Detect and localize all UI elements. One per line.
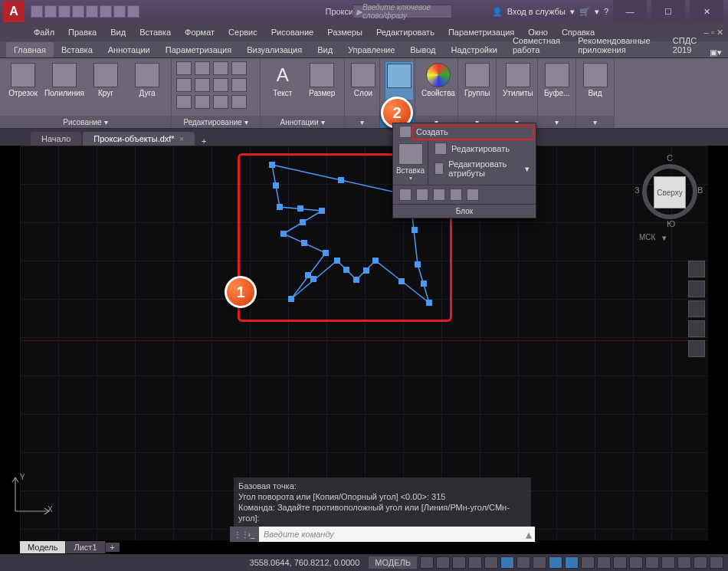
ribbon-tab-featured[interactable]: Рекомендованные приложения: [570, 33, 665, 57]
array-icon[interactable]: [213, 95, 228, 109]
ribbon-tab-collab[interactable]: Совместная работа: [505, 33, 570, 57]
block-tool-1-icon[interactable]: [399, 189, 412, 201]
qat-print-icon[interactable]: [127, 5, 139, 18]
chevron-down-icon[interactable]: ▾: [570, 7, 575, 17]
ribbon-tab-annotate[interactable]: Аннотации: [100, 42, 158, 57]
new-tab-button[interactable]: +: [196, 136, 212, 146]
add-layout-button[interactable]: +: [106, 543, 120, 552]
app-logo[interactable]: A: [3, 1, 25, 22]
panel-view-expand[interactable]: ▾: [576, 116, 614, 128]
command-input[interactable]: Введите команду: [259, 527, 523, 542]
block-panel-footer[interactable]: Блок: [393, 204, 536, 218]
quickprops-icon[interactable]: [581, 556, 595, 569]
menu-format[interactable]: Формат: [179, 25, 221, 39]
start-tab[interactable]: Начало: [31, 132, 81, 146]
panel-anno-title[interactable]: Аннотации ▾: [261, 116, 344, 128]
properties-button[interactable]: Свойства: [420, 61, 457, 99]
copy-icon[interactable]: [176, 78, 192, 92]
nav-zoom-icon[interactable]: [688, 300, 705, 317]
lineweight-toggle-icon[interactable]: [516, 556, 530, 569]
customize-icon[interactable]: [710, 556, 723, 569]
command-handle[interactable]: ⋮⋮›_: [230, 527, 259, 542]
ribbon-tab-visualize[interactable]: Визуализация: [239, 42, 310, 57]
layout1-tab[interactable]: Лист1: [66, 541, 105, 553]
menu-dimension[interactable]: Размеры: [321, 25, 369, 39]
menu-view[interactable]: Вид: [104, 25, 132, 39]
osnap-toggle-icon[interactable]: [484, 556, 498, 569]
dynamic-input-icon[interactable]: [565, 556, 579, 569]
annomon-icon[interactable]: [629, 556, 643, 569]
utilities-button[interactable]: Утилиты: [501, 61, 535, 99]
units-icon[interactable]: [645, 556, 659, 569]
block-edit-attrs-item[interactable]: Редактировать атрибуты ▾: [428, 157, 536, 180]
qat-save-icon[interactable]: [58, 5, 71, 18]
cleanscreen-icon[interactable]: [694, 556, 707, 569]
ribbon-collapse-icon[interactable]: ▣▾: [710, 48, 728, 57]
ribbon-tab-parametric[interactable]: Параметризация: [158, 42, 239, 57]
maximize-button[interactable]: ☐: [651, 0, 685, 23]
annoscale-icon[interactable]: [597, 556, 611, 569]
user-icon[interactable]: 👤: [492, 7, 503, 17]
panel-modify-title[interactable]: Редактирование ▾: [172, 116, 260, 128]
chevron-down-icon[interactable]: ▾: [595, 7, 599, 17]
menu-tools[interactable]: Сервис: [222, 25, 264, 39]
view-cube[interactable]: Сверху С Ю З В МСК ▾: [635, 153, 703, 245]
block-tool-2-icon[interactable]: [416, 189, 428, 201]
block-button[interactable]: Блок: [385, 61, 414, 100]
nav-orbit-icon[interactable]: [688, 320, 705, 337]
trim-icon[interactable]: [213, 61, 228, 75]
ribbon-tab-insert[interactable]: Вставка: [54, 42, 100, 57]
qat-redo-icon[interactable]: [113, 5, 126, 18]
dimension-button[interactable]: Размер: [305, 61, 340, 99]
offset-icon[interactable]: [231, 95, 247, 109]
command-line[interactable]: ⋮⋮›_ Введите команду ▴: [230, 527, 535, 542]
nav-pan-icon[interactable]: [688, 281, 705, 297]
mirror-icon[interactable]: [195, 78, 210, 92]
menu-insert[interactable]: Вставка: [133, 25, 177, 39]
menu-file[interactable]: Файл: [28, 25, 61, 39]
block-edit-item[interactable]: Редактировать: [428, 140, 536, 157]
qat-new-icon[interactable]: [31, 5, 43, 18]
snap-toggle-icon[interactable]: [436, 556, 450, 569]
minimize-button[interactable]: —: [613, 0, 647, 23]
block-tool-4-icon[interactable]: [450, 189, 462, 201]
ribbon-tab-manage[interactable]: Управление: [340, 42, 402, 57]
ribbon-tab-view[interactable]: Вид: [310, 42, 340, 57]
fillet-icon[interactable]: [213, 78, 228, 92]
stretch-icon[interactable]: [176, 95, 192, 109]
ucs-label[interactable]: МСК: [639, 233, 655, 241]
line-button[interactable]: Отрезок: [5, 61, 41, 99]
viewcube-menu-icon[interactable]: ▾: [662, 233, 670, 241]
workspace-icon[interactable]: [613, 556, 627, 569]
nav-showmotion-icon[interactable]: [688, 340, 705, 357]
transparency-toggle-icon[interactable]: [533, 556, 546, 569]
ortho-toggle-icon[interactable]: [452, 556, 466, 569]
groups-button[interactable]: Группы: [463, 61, 491, 99]
qat-saveas-icon[interactable]: [72, 5, 84, 18]
polyline-button[interactable]: Полилиния: [46, 61, 83, 99]
viewcube-top-face[interactable]: Сверху: [654, 176, 686, 208]
block-tool-3-icon[interactable]: [433, 189, 445, 201]
clipboard-button[interactable]: Буфе...: [543, 61, 571, 99]
panel-clip-expand[interactable]: ▾: [538, 116, 576, 128]
circle-button[interactable]: Круг: [87, 61, 124, 99]
block-tool-5-icon[interactable]: [467, 189, 479, 201]
menu-modify[interactable]: Редактировать: [370, 25, 441, 39]
menu-draw[interactable]: Рисование: [265, 25, 320, 39]
ribbon-tab-home[interactable]: Главная: [6, 42, 54, 57]
qat-open-icon[interactable]: [44, 5, 57, 18]
help-search-input[interactable]: ▶ Введите ключевое слово/фразу: [353, 5, 452, 18]
rotate-icon[interactable]: [195, 61, 210, 75]
menu-edit[interactable]: Правка: [62, 25, 103, 39]
login-label[interactable]: Вход в службы: [507, 7, 566, 16]
erase-icon[interactable]: [231, 61, 247, 75]
ribbon-tab-output[interactable]: Вывод: [402, 42, 443, 57]
scale-icon[interactable]: [195, 95, 210, 109]
cycling-toggle-icon[interactable]: [549, 556, 562, 569]
block-create-item[interactable]: Создать: [393, 123, 536, 140]
ribbon-tab-addins[interactable]: Надстройки: [444, 42, 505, 57]
move-icon[interactable]: [176, 61, 192, 75]
otrack-toggle-icon[interactable]: [500, 556, 514, 569]
help-icon[interactable]: ?: [604, 7, 608, 16]
polar-toggle-icon[interactable]: [468, 556, 482, 569]
